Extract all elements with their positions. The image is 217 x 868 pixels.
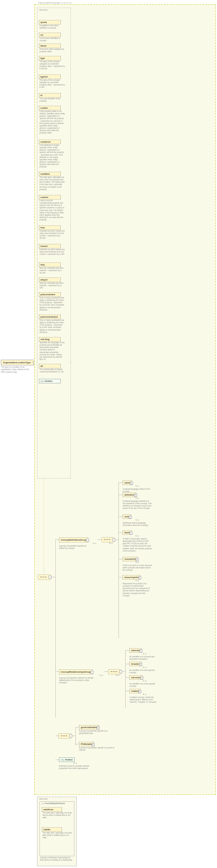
- crg-desc: A group of properties required to indica…: [59, 677, 96, 684]
- root-type-box[interactable]: OrganisationLocationType -: [1, 360, 36, 365]
- attr-typeuri: typeuri: [39, 74, 61, 79]
- elem-note-desc: Additional natural language information …: [123, 522, 152, 527]
- expand-icon[interactable]: +: [134, 494, 137, 497]
- elem-facet[interactable]: facet+: [123, 530, 131, 535]
- root-type-name: OrganisationLocationType: [3, 361, 31, 364]
- attr-whyuri: whyuri: [39, 278, 61, 282]
- expand-icon[interactable]: +: [140, 677, 143, 679]
- any-elem-desc: Extension point for provider-defined pro…: [59, 765, 94, 770]
- attr-literal-desc: A free-text value assigned as property v…: [39, 48, 65, 53]
- attr-whyuri-desc: Why the metadata has been included - exp…: [39, 282, 65, 289]
- attr-creator-desc: If the property value is not defined, sp…: [39, 110, 65, 134]
- attr-validto: validto: [42, 827, 62, 832]
- elem-hierarchyInfo-desc: Represents the position of a concept in …: [123, 583, 152, 597]
- attr-modified: modified: [39, 172, 61, 176]
- expand-icon[interactable]: +: [130, 482, 133, 485]
- collapse-icon[interactable]: -: [86, 539, 89, 542]
- collapse-icon[interactable]: -: [49, 576, 52, 579]
- attr-dir: dir: [39, 364, 61, 368]
- attr-pubconstraint-desc: One or many constraints that apply to pu…: [39, 297, 65, 311]
- elem-facet-desc: In NAR 1.8 and later, facet is deprecate…: [123, 538, 152, 552]
- elem-narrower-desc: An identifier of a more specific concept…: [129, 683, 159, 687]
- attr-uri-desc: A URI which identifies a concept.: [39, 37, 65, 42]
- attr-how: how: [39, 225, 61, 230]
- attr-why-desc: Why the metadata has been included - exp…: [39, 267, 65, 274]
- collapse-icon[interactable]: -: [91, 671, 93, 674]
- attr-typeuri-desc: The type of the concept assigned as cont…: [39, 79, 65, 89]
- panel-title: FlexLocationPropType (extension): [38, 1, 72, 4]
- elem-name[interactable]: name+: [123, 480, 132, 485]
- attr-id: id: [39, 93, 61, 97]
- attr-validfrom: validfrom: [42, 807, 62, 812]
- attr-why: why: [39, 262, 61, 267]
- expand-icon[interactable]: +: [140, 649, 143, 652]
- attr-qcode: qcode: [39, 20, 61, 25]
- attr-pubconstraint: pubconstraint: [39, 292, 61, 297]
- elem-broader[interactable]: broader+: [129, 662, 141, 666]
- attr-uri: uri: [39, 33, 61, 37]
- expand-icon[interactable]: +: [129, 516, 132, 519]
- attr-creator: creator: [39, 106, 61, 110]
- collapse-icon[interactable]: -: [69, 735, 72, 738]
- attr-xml:lang-desc: Specifies the language of this property …: [39, 341, 65, 361]
- attr-literal: literal: [39, 43, 61, 48]
- elem-POIDetails-desc: A group of properties specific to a poin…: [79, 747, 115, 751]
- attr-pubconstrainturi: pubconstrainturi: [39, 315, 61, 319]
- collapse-icon[interactable]: -: [112, 538, 115, 541]
- group-cdg[interactable]: ConceptDefinitionGroup -: [59, 537, 88, 542]
- attr-modified-desc: The date (and, optionally, the time) whe…: [39, 176, 65, 191]
- expand-icon[interactable]: +: [138, 576, 141, 579]
- expand-icon[interactable]: +: [129, 531, 132, 534]
- elem-note[interactable]: note+: [123, 515, 131, 519]
- attr-type-desc: The type of the concept assigned as cont…: [39, 60, 65, 70]
- any-element[interactable]: any ##other: [59, 757, 74, 762]
- expand-icon[interactable]: +: [135, 558, 138, 561]
- attr-custom: custom: [39, 195, 61, 199]
- sequence-block-crg[interactable]: -: [108, 669, 121, 675]
- elem-definition[interactable]: definition+: [123, 493, 136, 497]
- attr-validto-desc: The date (and, optionally, the time) aft…: [42, 832, 72, 839]
- attr-how-desc: Indicates by which means the value was e…: [39, 230, 65, 240]
- choice-block-tail[interactable]: -: [58, 733, 71, 739]
- attr-xml:lang: xml:lang: [39, 337, 61, 341]
- elem-narrower[interactable]: narrower+: [129, 675, 143, 680]
- sequence-block-main[interactable]: -: [38, 575, 51, 580]
- elem-hierarchyInfo[interactable]: hierarchyInfo+: [123, 575, 140, 580]
- elem-related[interactable]: related+: [129, 689, 140, 693]
- cdg-desc: A group of properties required to define…: [59, 545, 91, 550]
- time-group-desc: A group of attributes expressing the tim…: [40, 857, 74, 861]
- attr-type: type: [39, 56, 61, 60]
- attributes-label-bottom: attributes: [39, 798, 48, 800]
- elem-remoteInfo-desc: A link to an item or a web resource whic…: [123, 564, 152, 571]
- attributes-label: attributes: [39, 9, 48, 11]
- group-crg[interactable]: ConceptRelationshipsGroup -: [59, 670, 93, 675]
- elem-geoAreaDetails[interactable]: geoAreaDetails+: [79, 725, 99, 730]
- attr-howuri: howuri: [39, 244, 61, 248]
- elem-remoteInfo[interactable]: remoteInfo+: [123, 557, 138, 561]
- expand-icon[interactable]: +: [138, 690, 141, 693]
- elem-sameAs-desc: An identifier of a concept with equivale…: [129, 656, 159, 660]
- attr-dir-desc: The directionality of textual content (e…: [39, 368, 65, 373]
- attr-howuri-desc: Indicates by which means the value was e…: [39, 248, 65, 255]
- diagram-canvas: OrganisationLocationType - The type for …: [0, 0, 217, 868]
- collapse-icon[interactable]: -: [119, 670, 122, 673]
- elem-definition-desc: A natural language definition of the sem…: [123, 500, 152, 510]
- attr-custom-desc: If set to true the corresponding propert…: [39, 199, 65, 221]
- attr-creatoruri-desc: If the attribute is empty, specifies whi…: [39, 144, 65, 168]
- elem-geoAreaDetails-desc: A group of properties specific to a geop…: [79, 730, 115, 735]
- elem-name-desc: A natural language name for the concept.: [123, 488, 152, 493]
- elem-broader-desc: An identifier of a more generic concept.: [129, 669, 159, 674]
- elem-sameAs[interactable]: sameAs+: [129, 648, 142, 653]
- expand-icon[interactable]: +: [92, 743, 95, 746]
- root-desc: The type for a location of an organisati…: [1, 366, 30, 373]
- expand-icon[interactable]: +: [97, 726, 100, 729]
- elem-POIDetails[interactable]: POIDetails+: [79, 742, 94, 746]
- attr-any-other: any ##other: [39, 379, 61, 383]
- attr-pubconstrainturi-desc: One or many constraints that apply to pu…: [39, 319, 65, 334]
- sequence-block-cdg[interactable]: -: [101, 537, 115, 542]
- attr-qcode-desc: A qualified code which identifies a conc…: [39, 25, 65, 29]
- attr-validfrom-desc: The date (and, optionally, the time) bef…: [42, 812, 72, 819]
- expand-icon[interactable]: +: [139, 663, 142, 666]
- attr-creatoruri: creatoruri: [39, 140, 61, 144]
- elem-related-desc: A related concept, where the relationshi…: [129, 696, 159, 703]
